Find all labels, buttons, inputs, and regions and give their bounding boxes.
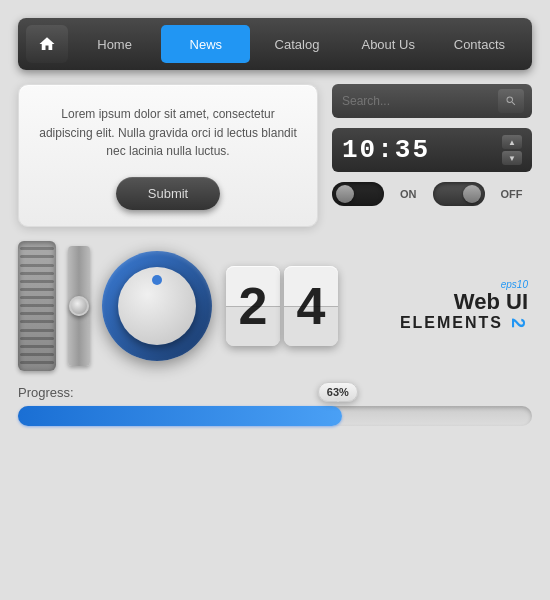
text-card: Lorem ipsum dolor sit amet, consectetur …: [18, 84, 318, 227]
rib: [20, 345, 54, 348]
branding: eps10 Web UI ELEMENTS 2: [352, 279, 532, 332]
rib: [20, 312, 54, 315]
right-panel: 10:35 ▲ ▼ ON OFF: [332, 84, 532, 206]
time-up-button[interactable]: ▲: [502, 135, 522, 149]
search-button[interactable]: [498, 89, 524, 113]
flip-digit-2: 4: [284, 266, 338, 346]
rib: [20, 288, 54, 291]
search-input[interactable]: [342, 94, 492, 108]
web-ui-title: Web UI: [352, 290, 528, 314]
vertical-knob-slider[interactable]: [68, 246, 90, 366]
rib: [20, 255, 54, 258]
progress-label-row: Progress:: [18, 385, 532, 400]
main-row: Lorem ipsum dolor sit amet, consectetur …: [18, 84, 532, 227]
rib: [20, 296, 54, 299]
time-value: 10:35: [342, 135, 502, 165]
rib: [20, 329, 54, 332]
rotary-knob[interactable]: [102, 251, 212, 361]
nav-item-news[interactable]: News: [161, 25, 250, 63]
rib: [20, 272, 54, 275]
rib: [20, 304, 54, 307]
card-body-text: Lorem ipsum dolor sit amet, consectetur …: [37, 105, 299, 161]
nav-item-about[interactable]: About Us: [344, 25, 433, 63]
knob-dot-indicator: [152, 275, 162, 285]
navbar: Home News Catalog About Us Contacts: [18, 18, 532, 70]
toggle-off-label: OFF: [501, 188, 523, 200]
controls-col: [18, 241, 212, 371]
bottom-row: 2 4 eps10 Web UI ELEMENTS 2: [18, 241, 532, 371]
rib: [20, 353, 54, 356]
progress-bar-container: 63%: [18, 406, 532, 426]
slider-knob: [69, 296, 89, 316]
rib: [20, 320, 54, 323]
time-arrows: ▲ ▼: [502, 135, 522, 165]
toggle-on-label: ON: [400, 188, 417, 200]
toggle-on[interactable]: [332, 182, 384, 206]
flip-digit-1: 2: [226, 266, 280, 346]
flip-clock: 2 4: [226, 266, 338, 346]
elements-label: ELEMENTS: [400, 314, 503, 332]
knob-inner: [118, 267, 196, 345]
rib: [20, 264, 54, 267]
nav-item-home[interactable]: Home: [70, 25, 159, 63]
time-down-button[interactable]: ▼: [502, 151, 522, 165]
rib: [20, 337, 54, 340]
rib: [20, 280, 54, 283]
rib: [20, 247, 54, 250]
nav-home-button[interactable]: [26, 25, 68, 63]
toggle-off[interactable]: [433, 182, 485, 206]
vertical-ribbed-slider[interactable]: [18, 241, 56, 371]
rib: [20, 361, 54, 364]
time-display: 10:35 ▲ ▼: [332, 128, 532, 172]
nav-item-catalog[interactable]: Catalog: [252, 25, 341, 63]
progress-thumb: 63%: [318, 382, 358, 402]
progress-label: Progress:: [18, 385, 74, 400]
toggles-row: ON OFF: [332, 182, 532, 206]
search-bar: [332, 84, 532, 118]
progress-section: Progress: 63%: [18, 385, 532, 426]
nav-item-contacts[interactable]: Contacts: [435, 25, 524, 63]
toggle-off-knob: [463, 185, 481, 203]
progress-fill: [18, 406, 342, 426]
submit-button[interactable]: Submit: [116, 177, 220, 210]
part2-badge: 2: [507, 318, 528, 328]
toggle-on-knob: [336, 185, 354, 203]
